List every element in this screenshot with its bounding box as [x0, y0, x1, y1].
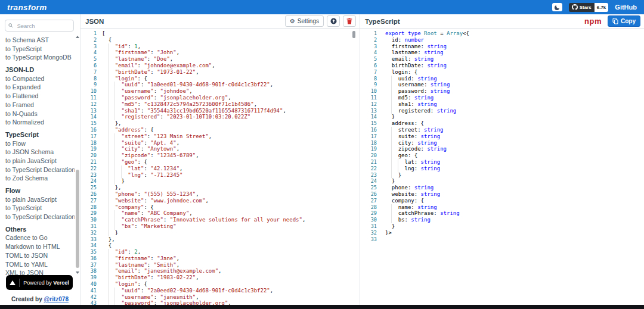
- sidebar-item[interactable]: Markdown to HTML: [5, 242, 75, 251]
- sidebar-item[interactable]: to TypeScript Declaration: [5, 166, 75, 174]
- code-line: "catchPhrase": "Innovative solutions for…: [102, 217, 360, 223]
- sidebar-item[interactable]: to Expanded: [5, 83, 75, 92]
- line-number: 31: [80, 223, 97, 230]
- sidebar-item[interactable]: to Compacted: [5, 74, 75, 83]
- code-line: address: {: [385, 120, 644, 127]
- sidebar-item[interactable]: to plain JavaScript: [5, 157, 75, 166]
- line-number: 2: [360, 37, 377, 43]
- sidebar-item[interactable]: to Framed: [5, 101, 75, 110]
- sidebar-item[interactable]: to TypeScript: [5, 204, 75, 213]
- sidebar-item[interactable]: to Schema AST: [5, 36, 75, 45]
- line-number: 30: [360, 217, 377, 223]
- badge-divider: [19, 279, 20, 287]
- code-line: "name": "ABC Company",: [102, 210, 360, 217]
- line-number: 18: [80, 140, 97, 146]
- code-line: "login": {: [102, 281, 360, 288]
- github-stars-button[interactable]: Stars 6.7k: [569, 3, 609, 12]
- settings-button[interactable]: ⚙ Settings: [285, 15, 324, 27]
- code-line: suite: string: [385, 133, 644, 140]
- line-number: 31: [360, 223, 377, 230]
- line-number: 43: [80, 300, 97, 305]
- upload-button[interactable]: [327, 15, 340, 27]
- app-logo[interactable]: transform: [7, 3, 47, 12]
- code-line: }: [385, 114, 644, 120]
- code-line: },: [102, 120, 360, 127]
- code-line: }: [385, 172, 644, 179]
- code-line: id: number: [385, 37, 644, 43]
- powered-by-text: Powered by Vercel: [23, 280, 69, 286]
- ts-editor[interactable]: 1234567891011121314151617181920212223242…: [360, 29, 644, 305]
- search-box: [5, 20, 74, 32]
- line-number: 25: [360, 185, 377, 191]
- line-number: 4: [360, 49, 377, 56]
- ts-line-numbers: 1234567891011121314151617181920212223242…: [360, 29, 377, 305]
- sidebar-item[interactable]: Cadence to Go: [5, 233, 75, 242]
- sidebar-item[interactable]: to Zod Schema: [5, 174, 75, 183]
- sidebar-item[interactable]: to Normalized: [5, 118, 75, 127]
- line-number: 7: [360, 69, 377, 76]
- line-number: 22: [80, 166, 97, 172]
- code-line: "phone": "(555) 555-1234",: [102, 191, 360, 198]
- sidebar-item[interactable]: to Flattened: [5, 92, 75, 101]
- code-line: }>: [385, 230, 644, 236]
- github-link[interactable]: GitHub: [615, 4, 637, 11]
- line-number: 28: [360, 204, 377, 211]
- sidebar-scrollbar-thumb[interactable]: [76, 170, 79, 268]
- line-number: 16: [360, 127, 377, 133]
- sidebar-item[interactable]: to TypeScript: [5, 45, 75, 54]
- line-number: 26: [80, 191, 97, 198]
- line-number: 24: [80, 178, 97, 185]
- code-line: "city": "Anytown",: [102, 146, 360, 152]
- line-number: 21: [80, 159, 97, 166]
- sidebar-item[interactable]: XML to JSON: [5, 269, 75, 275]
- sidebar-item[interactable]: to plain JavaScript: [5, 195, 75, 204]
- code-line: }: [102, 230, 360, 236]
- code-line: "website": "www.johndoe.com",: [102, 198, 360, 204]
- line-number: 3: [80, 43, 97, 50]
- code-line: "registered": "2023-01-10T10:03:20.022Z": [102, 114, 360, 120]
- code-line: "uuid": "1a0eed01-9430-4d68-901f-c0d4c1c…: [102, 82, 360, 88]
- code-line: birthDate: string: [385, 63, 644, 69]
- code-line: "lat": "42.1234",: [102, 166, 360, 172]
- code-line: "birthDate": "1983-02-22",: [102, 274, 360, 281]
- line-number: 25: [80, 185, 97, 191]
- json-editor-scrollbar-thumb[interactable]: [352, 31, 355, 38]
- search-input[interactable]: [16, 22, 70, 30]
- powered-by-vercel-badge[interactable]: Powered by Vercel: [6, 275, 73, 290]
- line-number: 3: [360, 43, 377, 50]
- sidebar-item[interactable]: TOML to JSON: [5, 251, 75, 260]
- line-number: 12: [80, 101, 97, 108]
- moon-icon: [554, 4, 561, 11]
- sidebar-item[interactable]: TOML to YAML: [5, 260, 75, 269]
- dark-mode-toggle[interactable]: [552, 3, 562, 11]
- code-line: bs: string: [385, 217, 644, 223]
- scroll-up-arrow-icon[interactable]: [76, 36, 79, 38]
- line-number: 19: [360, 146, 377, 152]
- author-link[interactable]: @ritz078: [44, 296, 69, 302]
- sidebar-item[interactable]: to JSON Schema: [5, 148, 75, 157]
- sidebar-scrollbar[interactable]: [75, 35, 80, 275]
- code-line: export type Root = Array<{: [385, 30, 644, 37]
- github-stars-label: Stars: [580, 5, 592, 10]
- sidebar-item[interactable]: to TypeScript MongoDB: [5, 53, 75, 62]
- code-line: uuid: string: [385, 76, 644, 82]
- npm-logo[interactable]: npm: [584, 17, 602, 26]
- code-line: street: string: [385, 127, 644, 133]
- code-line: "geo": {: [102, 159, 360, 166]
- vercel-brand: Vercel: [53, 280, 69, 286]
- line-number: 17: [80, 133, 97, 140]
- json-editor[interactable]: 1234567891011121314151617181920212223242…: [80, 29, 360, 305]
- copy-button[interactable]: Copy: [608, 15, 640, 27]
- code-line: },: [102, 185, 360, 191]
- scroll-down-arrow-icon[interactable]: [76, 271, 79, 274]
- code-line: },: [102, 236, 360, 243]
- line-number: 1: [80, 30, 97, 37]
- typescript-panel-header: TypeScript npm Copy: [360, 14, 644, 29]
- line-number: 23: [80, 172, 97, 179]
- code-line: "md5": "c1328472c5794a25723600f71c1b4586…: [102, 101, 360, 108]
- clear-button[interactable]: [343, 15, 356, 27]
- sidebar-item[interactable]: to Flow: [5, 139, 75, 148]
- sidebar-item[interactable]: to N-Quads: [5, 110, 75, 118]
- sidebar-item[interactable]: to TypeScript Declaration: [5, 213, 75, 221]
- code-line: "sha1": "35544a31cc19bd6520af11655487316…: [102, 108, 360, 114]
